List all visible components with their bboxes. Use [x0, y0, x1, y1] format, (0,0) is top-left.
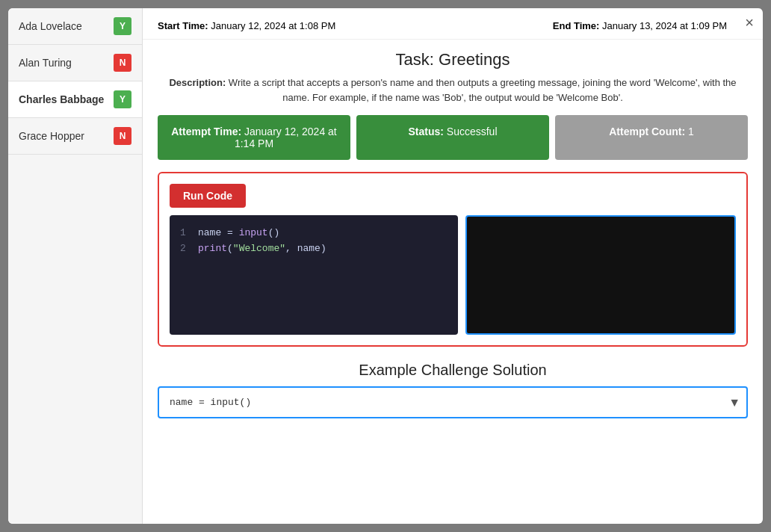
sidebar-item-name: Charles Babbage: [19, 93, 104, 105]
run-code-button[interactable]: Run Code: [170, 184, 246, 208]
close-button[interactable]: ×: [745, 14, 754, 31]
attempt-count-value: 1: [688, 126, 694, 137]
main-content: × Start Time: January 12, 2024 at 1:08 P…: [143, 8, 763, 524]
header-times: Start Time: January 12, 2024 at 1:08 PM …: [143, 8, 763, 40]
start-time: Start Time: January 12, 2024 at 1:08 PM: [158, 20, 335, 31]
solution-input-wrapper: ▼: [158, 386, 748, 418]
attempt-time-value: January 12, 2024 at 1:14 PM: [235, 126, 337, 149]
code-line-2: 2 print("Welcome", name): [180, 241, 448, 257]
sidebar-item-badge: N: [114, 54, 131, 72]
sidebar-item[interactable]: Charles BabbageY: [8, 81, 142, 118]
code-line-1: 1 name = input(): [180, 226, 448, 241]
status-card: Status: Successful: [356, 115, 549, 160]
stats-row: Attempt Time: January 12, 2024 at 1:14 P…: [158, 115, 748, 160]
description-label: Description:: [169, 77, 226, 88]
sidebar-item-name: Alan Turing: [19, 57, 72, 69]
modal-overlay: Ada LovelaceYAlan TuringNCharles Babbage…: [0, 0, 771, 532]
description-text: Write a script that accepts a person's n…: [229, 77, 737, 103]
sidebar-item-badge: N: [114, 127, 131, 145]
code-line-2-content: print("Welcome", name): [198, 241, 326, 257]
start-time-value: January 12, 2024 at 1:08 PM: [211, 20, 335, 31]
sidebar-item[interactable]: Grace HopperN: [8, 118, 142, 155]
attempt-count-label: Attempt Count:: [609, 126, 685, 137]
task-description: Description: Write a script that accepts…: [143, 75, 763, 115]
sidebar-item-badge: Y: [114, 90, 131, 108]
example-title: Example Challenge Solution: [143, 362, 763, 379]
code-line-1-content: name = input(): [198, 226, 279, 241]
sidebar-item-name: Ada Lovelace: [19, 20, 82, 32]
code-editor[interactable]: 1 name = input() 2 print("Welcome", name…: [170, 215, 458, 335]
solution-dropdown-button[interactable]: ▼: [722, 390, 746, 415]
end-time: End Time: January 13, 2024 at 1:09 PM: [553, 20, 727, 31]
attempt-time-card: Attempt Time: January 12, 2024 at 1:14 P…: [158, 115, 350, 160]
line-num-2: 2: [180, 241, 189, 257]
sidebar-item-badge: Y: [114, 17, 131, 35]
status-value: Successful: [447, 126, 498, 137]
sidebar: Ada LovelaceYAlan TuringNCharles Babbage…: [8, 8, 143, 524]
status-label: Status:: [408, 126, 443, 137]
attempt-time-label: Attempt Time:: [171, 126, 241, 137]
code-panels: 1 name = input() 2 print("Welcome", name…: [170, 215, 736, 335]
line-num-1: 1: [180, 226, 189, 241]
code-area-wrapper: Run Code 1 name = input() 2: [158, 172, 748, 347]
sidebar-item[interactable]: Alan TuringN: [8, 45, 142, 81]
task-title: Task: Greetings: [143, 50, 763, 69]
code-output: [465, 215, 736, 335]
solution-code-input[interactable]: [159, 388, 722, 417]
end-time-value: January 13, 2024 at 1:09 PM: [602, 20, 727, 31]
modal: Ada LovelaceYAlan TuringNCharles Babbage…: [8, 8, 763, 524]
sidebar-item-name: Grace Hopper: [19, 130, 84, 142]
attempt-count-card: Attempt Count: 1: [555, 115, 748, 160]
sidebar-item[interactable]: Ada LovelaceY: [8, 8, 142, 45]
